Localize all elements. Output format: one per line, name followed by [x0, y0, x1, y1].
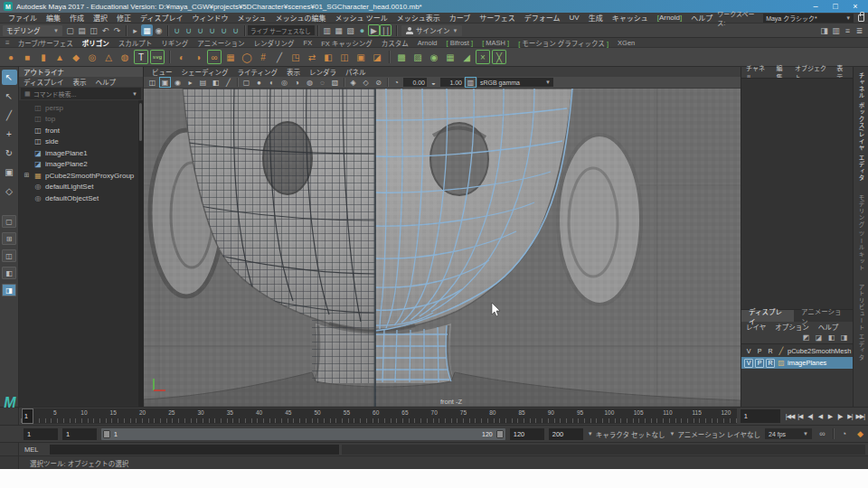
- menu-arnold[interactable]: Arnold: [653, 14, 687, 22]
- time-slider-playhead[interactable]: 1: [22, 408, 33, 424]
- menu-create[interactable]: 作成: [65, 13, 89, 23]
- save-scene-icon[interactable]: ◫: [88, 24, 99, 36]
- menu-mesh-tools[interactable]: メッシュ ツール: [330, 13, 392, 23]
- auto-key-icon[interactable]: ◆: [854, 429, 866, 438]
- camera-lock-icon[interactable]: ▣: [159, 77, 171, 88]
- layer-toggle-r[interactable]: R: [766, 347, 775, 356]
- toggle-channel-box-icon[interactable]: ≣: [854, 24, 865, 36]
- command-line-result-field[interactable]: [342, 445, 865, 455]
- camera-attributes-icon[interactable]: ◉: [172, 77, 184, 88]
- workspace-lock-icon[interactable]: [858, 14, 864, 22]
- snap-to-view-plane-icon[interactable]: ∪: [218, 24, 230, 36]
- shelf-tab-rigging[interactable]: リギング: [156, 38, 193, 48]
- extrude-icon[interactable]: ◳: [288, 50, 303, 64]
- panel-menu-show[interactable]: 表示: [282, 67, 305, 77]
- launch-render-view-icon[interactable]: ▶: [368, 24, 380, 36]
- step-back-key-button[interactable]: ◀|: [806, 413, 814, 420]
- knife-tool-icon[interactable]: ╱: [272, 50, 287, 64]
- new-scene-icon[interactable]: ▢: [64, 24, 76, 36]
- outliner-menu-help[interactable]: ヘルプ: [90, 77, 120, 87]
- play-backwards-button[interactable]: ◀: [816, 413, 824, 420]
- panel-menu-view[interactable]: ビュー: [147, 67, 177, 77]
- paint-select-tool[interactable]: ╱: [2, 108, 17, 123]
- lasso-select-tool[interactable]: ↖: [2, 89, 17, 104]
- outliner-item-imagePlane1[interactable]: ◪imagePlane1: [19, 147, 143, 159]
- last-used-tool[interactable]: ◇: [2, 183, 17, 199]
- outliner-item-defaultObjectSet[interactable]: ◎defaultObjectSet: [19, 192, 143, 204]
- outliner-item-defaultLightSet[interactable]: ◎defaultLightSet: [19, 182, 143, 193]
- layout-single-pane[interactable]: ▢: [2, 215, 16, 228]
- menu-help[interactable]: ヘルプ: [686, 13, 717, 23]
- layer-toggle-r[interactable]: R: [766, 359, 775, 368]
- target-weld-icon[interactable]: ╳: [492, 50, 506, 64]
- sign-in-button[interactable]: サインイン ▼: [401, 25, 462, 36]
- layer-toggle-v[interactable]: V: [744, 347, 753, 356]
- shelf-tab-polygons[interactable]: ポリゴン: [78, 38, 114, 48]
- play-forwards-button[interactable]: ▶: [826, 413, 834, 420]
- outliner-item-side[interactable]: ◫side: [19, 136, 143, 148]
- new-empty-layer-icon[interactable]: ◧: [826, 333, 836, 342]
- xray-joints-icon[interactable]: ⊘: [373, 77, 384, 88]
- scale-tool[interactable]: ▣: [2, 164, 17, 180]
- bridge-icon[interactable]: ◫: [337, 50, 352, 64]
- layer-editor-tab-display[interactable]: ディスプレイ: [741, 310, 794, 322]
- animation-layer-dropdown[interactable]: ▼ アニメーション レイヤなし: [669, 429, 760, 439]
- menu-mesh-display[interactable]: メッシュ表示: [392, 13, 445, 23]
- menu-mesh[interactable]: メッシュ: [232, 13, 270, 23]
- outliner-search-input[interactable]: ▦ コマンド検索... ▼: [21, 88, 141, 99]
- move-layer-down-icon[interactable]: ◪: [814, 333, 824, 342]
- toggle-attribute-editor-icon[interactable]: ≡: [842, 24, 854, 36]
- panel-menu-panels[interactable]: パネル: [341, 67, 371, 77]
- combine-icon[interactable]: ▩: [394, 50, 409, 64]
- smooth-shade-icon[interactable]: ●: [253, 77, 265, 88]
- panel-menu-shading[interactable]: シェーディング: [177, 67, 233, 77]
- snap-to-curve-icon[interactable]: ∪: [183, 24, 194, 36]
- shelf-tab-fx-caching[interactable]: FX キャッシング: [316, 38, 377, 48]
- playback-start-field[interactable]: 1: [62, 428, 97, 440]
- snap-to-grid-icon[interactable]: ∪: [171, 24, 183, 36]
- menu-generate[interactable]: 生成: [584, 13, 608, 23]
- 2d-pan-zoom-icon[interactable]: ◧: [210, 77, 222, 88]
- menu-file[interactable]: ファイル: [4, 13, 42, 23]
- menu-set-dropdown[interactable]: モデリング ▼: [3, 25, 62, 36]
- use-all-lights-icon[interactable]: ◎: [278, 77, 290, 88]
- motion-blur-icon[interactable]: ◌: [316, 77, 328, 88]
- go-to-end-button[interactable]: ▶▶|: [855, 413, 864, 420]
- outliner-scrollbar[interactable]: [138, 100, 143, 407]
- pause-viewport-icon[interactable]: ∣∣: [380, 24, 392, 36]
- shelf-tab-mash[interactable]: MASH: [477, 39, 514, 47]
- smooth-mesh-icon[interactable]: ◉: [427, 50, 441, 64]
- shadows-icon[interactable]: ◑: [291, 77, 303, 88]
- shelf-tab-animation[interactable]: アニメーション: [193, 38, 249, 48]
- outliner-item-imagePlane2[interactable]: ◪imagePlane2: [19, 159, 143, 171]
- expand-icon[interactable]: ⊞: [23, 172, 31, 179]
- command-line-language-label[interactable]: MEL: [19, 446, 50, 454]
- snap-to-plane-icon[interactable]: ∪: [206, 24, 218, 36]
- bookmark-icon[interactable]: ▸: [184, 77, 196, 88]
- subdiv-cube-icon[interactable]: ▦: [223, 50, 238, 64]
- add-divisions-icon[interactable]: ▦: [443, 50, 458, 64]
- layer-toggle-v[interactable]: V: [744, 359, 753, 368]
- poly-pipe-icon[interactable]: ◍: [118, 50, 132, 64]
- menu-display[interactable]: ディスプレイ: [136, 13, 187, 23]
- multisample-aa-icon[interactable]: ▧: [329, 77, 341, 88]
- camera-select-icon[interactable]: ◫: [146, 77, 158, 88]
- view-transform-dropdown[interactable]: sRGB gamma▼: [477, 78, 553, 87]
- layout-four-pane[interactable]: ⊞: [2, 232, 16, 245]
- bevel-icon[interactable]: ◪: [370, 50, 384, 64]
- shelf-tab-rendering[interactable]: レンダリング: [250, 38, 299, 48]
- shelf-menu-icon[interactable]: ≡: [2, 39, 14, 47]
- redo-icon[interactable]: ↷: [111, 24, 123, 36]
- current-frame-field[interactable]: 1: [741, 409, 780, 423]
- outliner-item-front[interactable]: ◫front: [19, 125, 143, 136]
- outliner-item-pCube2SmoothProxyGroup[interactable]: ⊞▦pCube2SmoothProxyGroup: [19, 170, 143, 182]
- exposure-field[interactable]: 0.00: [403, 78, 427, 87]
- poly-sphere-icon[interactable]: ●: [4, 50, 18, 64]
- menu-uv[interactable]: UV: [565, 14, 584, 22]
- menu-select[interactable]: 選択: [89, 13, 112, 23]
- sidebar-tab-attribute-editor[interactable]: アトリビュート エディタ: [856, 284, 865, 361]
- smooth-preview-icon[interactable]: ◑: [191, 50, 205, 64]
- playback-range-bar[interactable]: 1 120: [101, 428, 505, 440]
- menu-deform[interactable]: デフォーム: [520, 13, 565, 23]
- animation-start-field[interactable]: 1: [24, 428, 58, 440]
